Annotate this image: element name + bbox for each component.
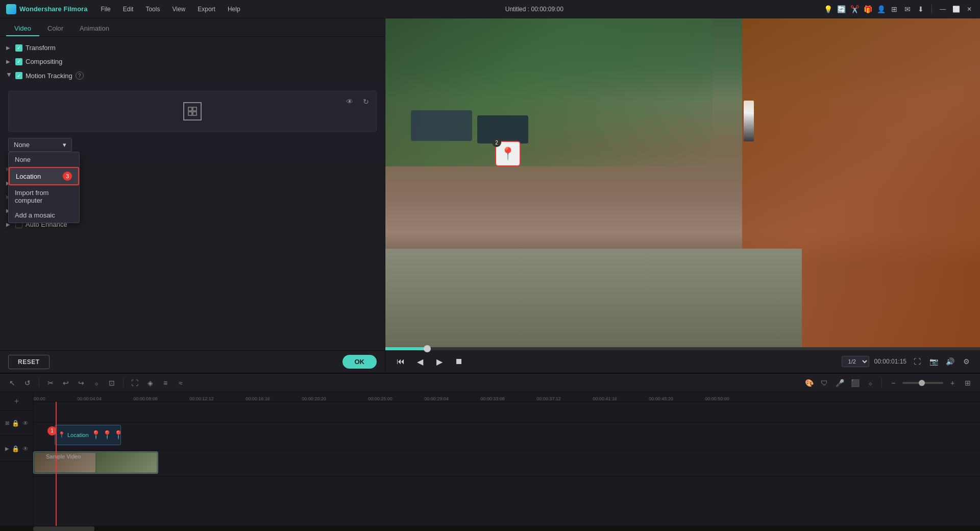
timeline-scrollbar[interactable] xyxy=(0,526,980,531)
tl-sticker[interactable]: ⊡ xyxy=(106,377,118,389)
ruler-tick-12: 00:00:50:00 xyxy=(705,396,729,401)
tl-redo[interactable]: ↪ xyxy=(75,377,87,389)
section-motion-tracking[interactable]: ▶ ✓ Motion Tracking ? xyxy=(0,68,385,83)
car-1 xyxy=(411,110,472,141)
tl-right-controls: 🎨 🛡 🎤 ⬛ ⬦ − + ⊞ xyxy=(803,377,974,389)
tl-record[interactable]: ⬛ xyxy=(849,377,861,389)
volume-icon[interactable]: 🔊 xyxy=(944,356,955,367)
toolbar-icon-3[interactable]: ✂️ xyxy=(850,5,859,14)
section-transform[interactable]: ▶ ✓ Transform xyxy=(0,41,385,55)
screenshot-icon[interactable]: 📷 xyxy=(928,356,939,367)
ruler-tick-3: 00:00:12:12 xyxy=(189,396,214,401)
preview-video: 2 📍 xyxy=(385,18,980,347)
app-logo: Wondershare Filmora xyxy=(6,4,87,14)
dropdown-selected[interactable]: None ▾ xyxy=(8,138,72,152)
tab-animation[interactable]: Animation xyxy=(71,21,117,36)
tracking-type-dropdown[interactable]: None ▾ None Location 3 Import fro xyxy=(8,138,72,152)
sticker-lock-icon[interactable]: 🔒 xyxy=(11,419,19,427)
play-button[interactable]: ▶ xyxy=(432,354,447,369)
fullscreen-icon[interactable]: ⛶ xyxy=(912,356,923,367)
menu-help[interactable]: Help xyxy=(223,4,246,15)
toolbar-icon-7[interactable]: ✉ xyxy=(903,5,912,14)
chevron-motion-tracking: ▶ xyxy=(7,73,12,79)
tab-video[interactable]: Video xyxy=(6,21,39,36)
close-button[interactable]: ✕ xyxy=(965,5,974,14)
tab-color[interactable]: Color xyxy=(39,21,71,36)
dropdown-item-mosaic[interactable]: Add a mosaic xyxy=(9,208,79,223)
menu-view[interactable]: View xyxy=(167,4,190,15)
add-track-area[interactable]: + xyxy=(0,392,33,411)
tl-zoom-in[interactable]: + xyxy=(946,377,959,389)
tl-ripple-tool[interactable]: ↺ xyxy=(21,377,34,389)
checkbox-compositing[interactable]: ✓ xyxy=(15,58,22,65)
menu-edit[interactable]: Edit xyxy=(118,4,139,15)
toolbar-icon-4[interactable]: 🎁 xyxy=(863,5,872,14)
scrollbar-thumb[interactable] xyxy=(33,526,94,531)
tracking-refresh-icon[interactable]: ↻ xyxy=(360,95,372,108)
dropdown-item-import[interactable]: Import from computer xyxy=(9,185,79,208)
target-icon xyxy=(183,102,202,120)
svg-rect-3 xyxy=(193,112,197,115)
tl-cut-tool[interactable]: ✂ xyxy=(44,377,57,389)
minimize-button[interactable]: — xyxy=(938,5,947,14)
ruler-tick-5: 00:00:20:20 xyxy=(302,396,326,401)
dropdown-item-none[interactable]: None xyxy=(9,152,79,167)
dropdown-item-location[interactable]: Location 3 xyxy=(9,167,79,185)
zoom-slider[interactable] xyxy=(902,382,943,384)
skip-back-button[interactable]: ⏮ xyxy=(394,354,408,369)
reset-button[interactable]: RESET xyxy=(8,355,50,369)
progress-bar[interactable] xyxy=(385,347,980,350)
pin-1: 📍 xyxy=(91,430,101,440)
tl-zoom-out[interactable]: − xyxy=(887,377,899,389)
toolbar-icon-6[interactable]: ⊞ xyxy=(890,5,899,14)
video-lock-icon[interactable]: 🔒 xyxy=(11,445,19,453)
tl-audio[interactable]: ≈ xyxy=(175,377,187,389)
tracking-eye-icon[interactable]: 👁 xyxy=(344,95,356,108)
video-clip[interactable]: ▶ Sample Video xyxy=(33,451,158,474)
toolbar-icon-2[interactable]: 🔄 xyxy=(837,5,846,14)
tl-protect[interactable]: 🛡 xyxy=(818,377,830,389)
checkbox-transform[interactable]: ✓ xyxy=(15,44,22,52)
video-clip-label: Sample Video xyxy=(46,453,81,460)
progress-thumb[interactable] xyxy=(424,345,431,352)
menu-tools[interactable]: Tools xyxy=(140,4,165,15)
checkbox-motion-tracking[interactable]: ✓ xyxy=(15,72,22,79)
tl-select-tool[interactable]: ↖ xyxy=(6,377,18,389)
maximize-button[interactable]: ⬜ xyxy=(951,5,961,14)
settings-icon[interactable]: ⚙ xyxy=(961,356,972,367)
pin-number-badge: 2 xyxy=(492,138,501,147)
toolbar-icon-5[interactable]: 👤 xyxy=(876,5,886,14)
step-back-button[interactable]: ◀ xyxy=(413,354,427,369)
help-icon-motion-tracking[interactable]: ? xyxy=(76,71,84,80)
ruler-tick-2: 00:00:08:08 xyxy=(133,396,158,401)
toolbar-icon-8[interactable]: ⬇ xyxy=(916,5,925,14)
pin-icon-box: 2 📍 xyxy=(495,141,521,166)
titlebar: Wondershare Filmora File Edit Tools View… xyxy=(0,0,980,18)
playhead[interactable] xyxy=(56,402,57,526)
stop-button[interactable]: ⏹ xyxy=(452,354,466,369)
tl-snap[interactable]: ◈ xyxy=(144,377,156,389)
ok-button[interactable]: OK xyxy=(342,355,377,369)
main-area: Video Color Animation ▶ ✓ Transform ▶ ✓ … xyxy=(0,18,980,373)
tl-expand[interactable]: ⛶ xyxy=(129,377,141,389)
timeline-ruler[interactable]: 00:00:00:00 00:00:04:04 00:00:08:08 00:0… xyxy=(33,392,980,402)
tl-markers[interactable]: ≡ xyxy=(159,377,172,389)
tl-split[interactable]: ⬦ xyxy=(90,377,103,389)
empty-track-row xyxy=(33,402,980,422)
sticker-clip[interactable]: 📍 Location 📍 📍 📍 xyxy=(55,425,121,445)
tl-fit[interactable]: ⊞ xyxy=(962,377,974,389)
sticker-visible-icon[interactable]: 👁 xyxy=(21,419,30,427)
tl-mic[interactable]: 🎤 xyxy=(834,377,846,389)
menu-export[interactable]: Export xyxy=(192,4,220,15)
toolbar-icon-1[interactable]: 💡 xyxy=(823,5,832,14)
quality-select[interactable]: 1/2 xyxy=(842,356,869,367)
tl-keyframe[interactable]: ⬦ xyxy=(864,377,876,389)
timeline-toolbar: ↖ ↺ ✂ ↩ ↪ ⬦ ⊡ ⛶ ◈ ≡ ≈ 🎨 🛡 🎤 ⬛ ⬦ − + ⊞ xyxy=(0,374,980,392)
tl-color-grade[interactable]: 🎨 xyxy=(803,377,815,389)
video-visible-icon[interactable]: 👁 xyxy=(21,445,30,453)
tl-undo[interactable]: ↩ xyxy=(60,377,72,389)
playback-controls: ⏮ ◀ ▶ ⏹ 1/2 00:00:01:15 ⛶ 📷 🔊 ⚙ xyxy=(385,350,980,373)
section-compositing[interactable]: ▶ ✓ Compositing xyxy=(0,55,385,68)
properties-panel: ▶ ✓ Transform ▶ ✓ Compositing ▶ ✓ Motion… xyxy=(0,37,385,350)
menu-file[interactable]: File xyxy=(95,4,115,15)
